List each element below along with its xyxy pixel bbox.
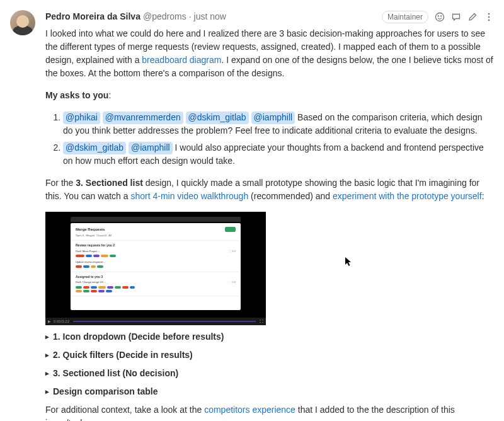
comment: Pedro Moreira da Silva @pedroms · just n… bbox=[10, 10, 494, 421]
emoji-icon[interactable] bbox=[435, 12, 445, 22]
svg-point-5 bbox=[488, 19, 490, 21]
edit-icon[interactable] bbox=[467, 12, 478, 22]
text: (recommended) and bbox=[248, 191, 333, 201]
timestamp: just now bbox=[194, 10, 226, 23]
prototype-link[interactable]: experiment with the prototype yourself bbox=[333, 191, 482, 201]
play-icon[interactable]: ▶ bbox=[48, 319, 51, 325]
avatar[interactable] bbox=[10, 10, 35, 35]
text: I would also appreciate your thoughts fr… bbox=[63, 142, 484, 166]
summary[interactable]: 2. Quick filters (Decide in results) bbox=[45, 349, 494, 362]
details-1[interactable]: 1. Icon dropdown (Decide before results) bbox=[45, 330, 494, 343]
fullscreen-icon[interactable]: ⛶ bbox=[260, 319, 263, 325]
svg-point-4 bbox=[488, 16, 490, 18]
summary[interactable]: 1. Icon dropdown (Decide before results) bbox=[45, 330, 494, 343]
summary[interactable]: 3. Sectioned list (No decision) bbox=[45, 367, 494, 380]
role-badge: Maintainer bbox=[382, 11, 428, 23]
video-link[interactable]: short 4-min video walkthrough bbox=[130, 191, 248, 201]
mention-dskim[interactable]: @dskim_gitlab bbox=[186, 112, 249, 124]
author-name[interactable]: Pedro Moreira da Silva bbox=[45, 10, 140, 23]
summary[interactable]: Design comparison table bbox=[45, 385, 494, 398]
text: For the bbox=[45, 178, 76, 188]
details-3[interactable]: 3. Sectioned list (No decision) bbox=[45, 367, 494, 380]
svg-point-0 bbox=[436, 13, 444, 21]
comment-header: Pedro Moreira da Silva @pedroms · just n… bbox=[45, 10, 494, 23]
mention-mvanremmerden[interactable]: @mvanremmerden bbox=[103, 112, 183, 124]
details-4[interactable]: Design comparison table bbox=[45, 385, 494, 398]
design-name: 3. Sectioned list bbox=[76, 178, 143, 188]
text: : bbox=[482, 191, 484, 201]
svg-point-2 bbox=[441, 16, 442, 16]
video-embed[interactable]: Merge Requests Open 0 Merged Closed 0 Al… bbox=[45, 212, 266, 325]
separator-dot: · bbox=[189, 10, 192, 23]
video-title: Merge Requests bbox=[76, 228, 105, 231]
mention-phikai[interactable]: @phikai bbox=[63, 112, 100, 124]
list-item: @phikai @mvanremmerden @dskim_gitlab @ia… bbox=[63, 111, 494, 137]
list-item: @dskim_gitlab @iamphill I would also app… bbox=[63, 141, 494, 168]
svg-point-3 bbox=[488, 13, 490, 14]
mention-iamphill[interactable]: @iamphill bbox=[251, 112, 295, 124]
author-handle[interactable]: @pedroms bbox=[143, 10, 186, 23]
mention-dskim[interactable]: @dskim_gitlab bbox=[63, 142, 126, 154]
more-icon[interactable] bbox=[484, 12, 494, 22]
breadboard-link[interactable]: breadboard diagram bbox=[142, 55, 221, 65]
mention-iamphill[interactable]: @iamphill bbox=[129, 142, 173, 154]
competitors-link[interactable]: competitors experience bbox=[204, 405, 295, 415]
comment-content: I looked into what we could do here and … bbox=[45, 27, 494, 421]
comment-icon[interactable] bbox=[451, 12, 461, 22]
text: For additional context, take a look at t… bbox=[45, 405, 204, 415]
asks-label: My asks to you bbox=[45, 90, 108, 100]
svg-point-1 bbox=[438, 16, 438, 16]
details-2[interactable]: 2. Quick filters (Decide in results) bbox=[45, 349, 494, 362]
asks-list: @phikai @mvanremmerden @dskim_gitlab @ia… bbox=[45, 111, 494, 168]
